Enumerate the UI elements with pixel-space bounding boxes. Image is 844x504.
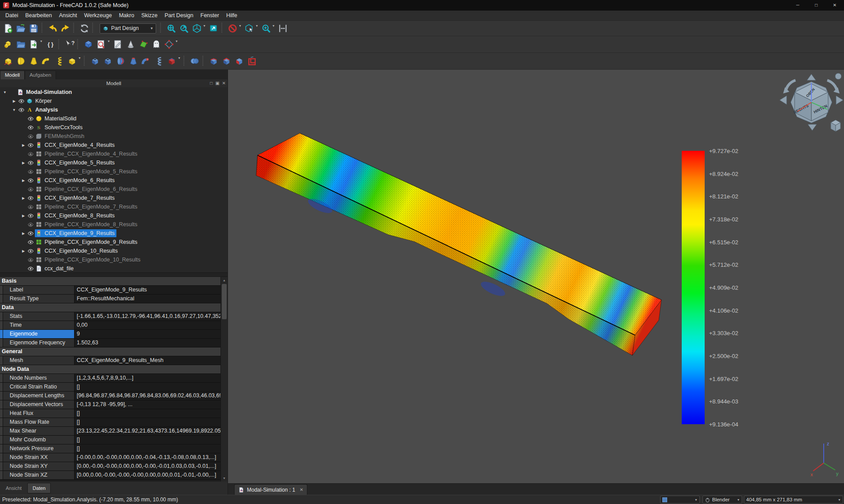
pd-additive-box-button[interactable] [66,55,78,67]
pd-edit-sketch-button[interactable] [112,38,124,50]
property-value[interactable]: [0.00,0.00,-0.00,-0.00,-0.00,0.00,0.00,0… [75,471,220,479]
open-file-button[interactable] [15,22,27,34]
navigation-cube[interactable]: OBEN RECHTS HINTEN [773,71,844,142]
property-value[interactable]: 0,00 [75,321,220,329]
navcube-arrow-right[interactable] [836,96,843,105]
panel-tab-aufgaben[interactable]: Aufgaben [25,71,56,79]
tree-item-analysis[interactable]: ▼AAnalysis [0,105,228,114]
pd-fillet-button[interactable] [208,55,220,67]
save-button[interactable] [28,22,40,34]
property-value[interactable]: [] [75,409,220,418]
export-file-button[interactable] [28,38,40,50]
pd-hole-button[interactable] [102,55,114,67]
expand-arrow-icon[interactable]: ▶ [11,99,17,103]
tree-item-pipeline_ccx_eigenmode_10_results[interactable]: Pipeline_CCX_EigenMode_10_Results [0,255,228,264]
std-group-button[interactable] [15,38,27,50]
property-value[interactable]: Fem::ResultMechanical [75,295,220,303]
property-value[interactable]: [] [75,436,220,444]
minimize-button[interactable]: ─ [788,0,807,11]
property-value[interactable]: [96.84,96.87,96.84,96.87,96.84,83.06,69.… [75,392,220,400]
panel-close-button[interactable]: ✕ [222,79,226,87]
dropdown-caret-icon[interactable]: ▼ [107,40,110,43]
pd-subtractive-pipe-button[interactable] [140,55,152,67]
pd-datum-button[interactable] [125,38,137,50]
property-row-displacement-vectors[interactable]: Displacement Vectors[-0,13 12,78 -95,99]… [0,400,220,409]
menu-makro[interactable]: Makro [116,11,138,20]
expand-arrow-icon[interactable]: ▶ [20,179,26,183]
property-row-max-shear[interactable]: Max Shear[23.13,22.45,22.34,21.92,21.63,… [0,427,220,436]
dropdown-caret-icon[interactable]: ▼ [78,56,81,60]
pd-shapebinder-button[interactable] [150,38,162,50]
navcube-rotate-cw-icon[interactable] [827,80,837,91]
pd-additive-loft-button[interactable] [28,55,40,67]
dropdown-caret-icon[interactable]: ▼ [255,24,258,27]
navcube-mini-cube-button[interactable] [831,120,840,131]
property-value[interactable]: 1.502,63 [75,339,220,347]
navcube-arrow-down[interactable] [808,124,817,131]
tree-item-materialsolid[interactable]: MaterialSolid [0,114,228,123]
pd-subtractive-helix-button[interactable] [153,55,165,67]
property-row-mohr-coulomb[interactable]: Mohr Coulomb[] [0,436,220,444]
menu-fenster[interactable]: Fenster [197,11,223,20]
menu-werkzeuge[interactable]: Werkzeuge [81,11,116,20]
property-row-node-strain-xy[interactable]: Node Strain XY[0.00,-0.00,-0.00,0.00,0.0… [0,462,220,471]
expand-arrow-icon[interactable]: ▶ [20,143,26,147]
tree-item-körper[interactable]: ▶Körper [0,97,228,105]
pd-map-sketch-button[interactable] [138,38,149,50]
expand-arrow-icon[interactable]: ▶ [20,249,26,253]
view-dimensions-select[interactable]: 404,85 mm x 271,83 mm ▼ [744,496,843,504]
property-value[interactable]: [0.00,-0.00,-0.00,0.00,0.00,-0.00,-0.01,… [75,462,220,470]
tree-item-ccx_eigenmode_7_results[interactable]: ▶CCX_EigenMode_7_Results [0,194,228,202]
3d-viewport[interactable]: OBEN RECHTS HINTEN [228,70,844,495]
property-row-time[interactable]: Time0,00 [0,321,220,330]
dropdown-caret-icon[interactable]: ▼ [239,24,242,27]
panel-float-button[interactable]: □ [210,79,213,87]
beam-mode-shape[interactable] [256,133,661,355]
menu-skizze[interactable]: Skizze [138,11,161,20]
pd-subtractive-loft-button[interactable] [127,55,139,67]
pd-groove-button[interactable] [115,55,127,67]
menu-part-design[interactable]: Part Design [161,11,197,20]
property-row-node-strain-xz[interactable]: Node Strain XZ[0.00,0.00,-0.00,-0.00,-0.… [0,471,220,480]
pd-clone-button[interactable] [163,38,175,50]
document-tab-close-icon[interactable]: ✕ [299,487,303,492]
link-view-button[interactable] [208,22,220,34]
dropdown-caret-icon[interactable]: ▼ [203,24,206,27]
expand-arrow-icon[interactable]: ▶ [20,214,26,218]
property-row-result-type[interactable]: Result TypeFem::ResultMechanical [0,295,220,303]
property-row-node-numbers[interactable]: Node Numbers[1,2,3,4,5,6,7,8,9,10,...] [0,374,220,383]
dropdown-caret-icon[interactable]: ▼ [178,56,181,60]
tree-item-pipeline_ccx_eigenmode_8_results[interactable]: Pipeline_CCX_EigenMode_8_Results [0,220,228,229]
pd-boolean-button[interactable] [189,55,201,67]
property-value[interactable]: [] [75,418,220,426]
scrollbar-thumb[interactable] [222,284,227,319]
pd-draft-button[interactable] [233,55,245,67]
property-value[interactable]: [-1.66,1.65,-13.01,12.79,-96.41,96.41,0.… [75,312,220,321]
menu-datei[interactable]: Datei [2,11,22,20]
tree-item-ccx_eigenmode_9_results[interactable]: ▶CCX_EigenMode_9_Results [0,229,228,238]
property-row-label[interactable]: LabelCCX_EigenMode_9_Results [0,286,220,295]
fit-all-button[interactable] [165,22,177,34]
property-value[interactable]: [] [75,383,220,391]
tree-item-pipeline_ccx_eigenmode_6_results[interactable]: Pipeline_CCX_EigenMode_6_Results [0,185,228,194]
scroll-up-icon[interactable]: ▲ [221,277,228,284]
property-row-network-pressure[interactable]: Network Pressure[] [0,444,220,453]
property-value[interactable]: [1,2,3,4,5,6,7,8,9,10,...] [75,374,220,382]
tree-item-ccx_eigenmode_6_results[interactable]: ▶CCX_EigenMode_6_Results [0,176,228,185]
pd-thickness-button[interactable] [246,55,258,67]
pd-body-button[interactable] [82,38,94,50]
dropdown-caret-icon[interactable]: ▼ [175,40,178,43]
property-value[interactable]: [] [75,444,220,453]
property-row-heat-flux[interactable]: Heat Flux[] [0,409,220,418]
pd-pad-button[interactable] [2,55,14,67]
tree-item-ccx_eigenmode_8_results[interactable]: ▶CCX_EigenMode_8_Results [0,211,228,220]
refresh-button[interactable] [78,22,90,34]
panel-splitter[interactable] [0,273,228,277]
tree-item-femmeshgmsh[interactable]: FEMMeshGmsh [0,132,228,141]
scroll-down-icon[interactable]: ▼ [221,475,228,482]
property-value[interactable]: CCX_EigenMode_9_Results [75,286,220,294]
new-file-button[interactable] [2,22,14,34]
view-tab-ansicht[interactable]: Ansicht [1,483,26,493]
pd-additive-pipe-button[interactable] [41,55,52,67]
close-button[interactable]: ✕ [825,0,844,11]
